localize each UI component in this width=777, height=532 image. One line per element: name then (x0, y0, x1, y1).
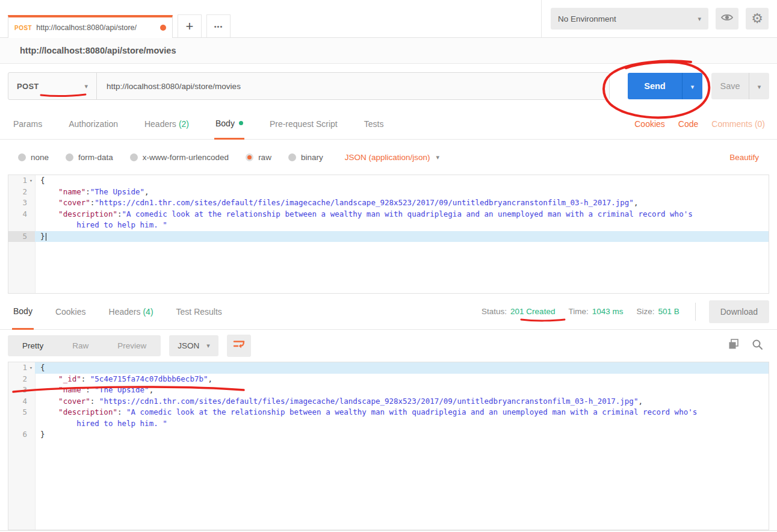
url-input[interactable]: http://localhost:8080/api/store/movies (97, 73, 609, 99)
code-line: 3 "name": "The Upside", (8, 385, 769, 396)
radio-icon (130, 153, 138, 161)
response-tabs: Body Cookies Headers (4) Test Results (12, 294, 244, 329)
copy-button[interactable] (728, 339, 740, 353)
fold-spacer (27, 385, 35, 396)
status-value: 201 Created (510, 307, 555, 316)
body-type-none[interactable]: none (18, 153, 49, 162)
plus-icon: + (186, 19, 194, 34)
view-pretty[interactable]: Pretty (8, 335, 58, 356)
response-tab-body[interactable]: Body (12, 294, 34, 330)
breadcrumb: http://localhost:8080/api/store/movies (20, 46, 176, 55)
code-link[interactable]: Code (678, 119, 698, 129)
response-toolbar: Pretty Raw Preview JSON ▾ (0, 330, 777, 362)
divider (695, 303, 696, 321)
request-builder: POST ▾ http://localhost:8080/api/store/m… (0, 64, 777, 108)
time-label: Time: (568, 307, 588, 316)
new-tab-button[interactable]: + (178, 14, 202, 37)
response-tab-cookies[interactable]: Cookies (54, 294, 87, 329)
save-button[interactable]: Save (711, 73, 749, 99)
response-format-select[interactable]: JSON ▾ (169, 335, 218, 356)
more-tabs-button[interactable]: ••• (206, 14, 231, 37)
code-line: 4 "description":"A comedic look at the r… (8, 209, 769, 220)
fold-caret-icon[interactable]: ▾ (27, 362, 35, 374)
response-tab-test-results[interactable]: Test Results (175, 294, 223, 329)
code-line: 3 "cover":"https://cdn1.thr.com/sites/de… (8, 197, 769, 209)
body-type-raw[interactable]: raw (246, 153, 271, 162)
line-number (8, 418, 35, 430)
fold-spacer (27, 209, 35, 220)
top-bar: POST http://localhost:8080/api/store/ + … (0, 0, 777, 38)
body-type-x-www-form-urlencoded[interactable]: x-www-form-urlencoded (130, 153, 229, 162)
settings-button[interactable]: ⚙ (746, 8, 769, 29)
line-number: 4 (8, 209, 35, 220)
body-type-row: none form-data x-www-form-urlencoded raw… (0, 140, 777, 175)
line-number: 1▾ (8, 175, 35, 187)
cookies-link[interactable]: Cookies (634, 119, 665, 129)
line-number: 2 (8, 187, 35, 198)
body-type-binary[interactable]: binary (288, 153, 323, 162)
unsaved-changes-dot-icon (160, 25, 166, 31)
method-label: POST (17, 82, 84, 91)
fold-spacer (27, 231, 35, 243)
code-line: hired to help him. " (8, 220, 769, 231)
method-select[interactable]: POST ▾ (8, 73, 97, 99)
request-tab[interactable]: POST http://localhost:8080/api/store/ (8, 15, 173, 38)
send-options-button[interactable]: ▾ (682, 73, 702, 99)
save-options-button[interactable]: ▾ (749, 73, 769, 99)
chevron-down-icon: ▾ (758, 83, 761, 90)
response-tab-headers[interactable]: Headers (4) (108, 294, 155, 329)
chevron-down-icon: ▾ (698, 15, 701, 23)
radio-icon (18, 153, 26, 161)
gear-icon: ⚙ (751, 12, 763, 25)
environment-label: No Environment (558, 14, 698, 23)
tab-tests[interactable]: Tests (363, 108, 385, 139)
time-value: 1043 ms (592, 307, 624, 316)
content-type-select[interactable]: JSON (application/json) ▾ (345, 153, 439, 162)
request-links: Cookies Code Comments (0) (634, 108, 765, 139)
code-line: 2 "_id": "5c4e715fa74c07dbbb6ecb7b", (8, 374, 769, 385)
send-button[interactable]: Send (628, 73, 682, 99)
fold-spacer (27, 429, 35, 441)
fold-spacer (27, 197, 35, 209)
view-preview[interactable]: Preview (103, 335, 161, 356)
ellipsis-icon: ••• (214, 23, 223, 30)
line-number: 5 (8, 231, 35, 243)
comments-link[interactable]: Comments (0) (711, 119, 765, 129)
code-line: 5} (8, 231, 769, 243)
tab-headers[interactable]: Headers (2) (143, 108, 190, 139)
environment-quick-look-button[interactable] (716, 8, 738, 29)
tab-body[interactable]: Body (214, 108, 244, 140)
code-line: hired to help him. " (8, 418, 769, 430)
response-status-cluster: Status: 201 Created Time: 1043 ms Size: … (481, 300, 769, 323)
chevron-down-icon: ▾ (84, 82, 88, 90)
body-type-form-data[interactable]: form-data (66, 153, 113, 162)
code-line: 1▾{ (8, 175, 769, 187)
radio-icon (288, 153, 296, 161)
line-number: 3 (8, 197, 35, 209)
tab-pre-request-script[interactable]: Pre-request Script (268, 108, 339, 139)
tab-authorization[interactable]: Authorization (67, 108, 119, 139)
response-body-editor[interactable]: 1▾{2 "_id": "5c4e715fa74c07dbbb6ecb7b",3… (8, 362, 769, 530)
word-wrap-button[interactable] (227, 335, 251, 357)
fold-caret-icon[interactable]: ▾ (27, 175, 35, 187)
tab-method-badge: POST (14, 25, 32, 31)
line-number: 2 (8, 374, 35, 385)
code-line: 1▾{ (8, 362, 769, 374)
view-raw[interactable]: Raw (58, 335, 103, 356)
environment-select[interactable]: No Environment ▾ (551, 8, 708, 29)
eye-icon (721, 13, 733, 24)
fold-spacer (27, 220, 35, 231)
code-line: 4 "cover": "https://cdn1.thr.com/sites/d… (8, 396, 769, 407)
search-icon (752, 339, 763, 353)
text-cursor (46, 233, 47, 241)
request-body-editor[interactable]: 1▾{2 "name":"The Upside",3 "cover":"http… (8, 175, 769, 294)
headers-count-badge: (2) (179, 119, 189, 129)
tab-params[interactable]: Params (12, 108, 43, 139)
breadcrumb-bar: http://localhost:8080/api/store/movies (0, 38, 777, 64)
download-button[interactable]: Download (709, 300, 769, 323)
chevron-down-icon: ▾ (206, 342, 210, 350)
environment-area: No Environment ▾ ⚙ (541, 0, 777, 37)
search-button[interactable] (752, 339, 763, 353)
beautify-link[interactable]: Beautify (729, 153, 759, 162)
line-number: 5 (8, 407, 35, 418)
